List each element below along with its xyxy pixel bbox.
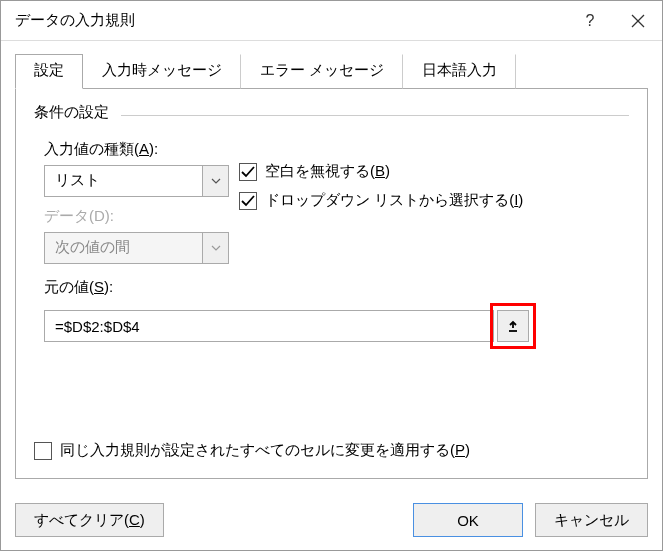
check-icon (241, 166, 255, 178)
chevron-down-icon (211, 178, 221, 184)
ignore-blank-label: 空白を無視する(B) (265, 162, 390, 181)
allow-value: リスト (45, 166, 202, 196)
data-combo: 次の値の間 (44, 232, 229, 264)
highlight-box (490, 303, 536, 349)
data-dropdown-button (202, 233, 228, 263)
allow-combo[interactable]: リスト (44, 165, 229, 197)
data-value: 次の値の間 (45, 233, 202, 263)
in-cell-dropdown-checkbox[interactable]: ドロップダウン リストから選択する(I) (239, 191, 523, 210)
checkbox-icon (34, 442, 52, 460)
dialog-title: データの入力規則 (15, 11, 566, 30)
clear-all-button[interactable]: すべてクリア(C) (15, 503, 164, 537)
checkbox-icon (239, 163, 257, 181)
tab-input-message[interactable]: 入力時メッセージ (83, 54, 241, 89)
apply-all-label: 同じ入力規則が設定されたすべてのセルに変更を適用する(P) (60, 441, 470, 460)
tab-ime-mode[interactable]: 日本語入力 (403, 54, 516, 89)
ok-button[interactable]: OK (413, 503, 523, 537)
checkbox-icon (239, 192, 257, 210)
apply-all-checkbox[interactable]: 同じ入力規則が設定されたすべてのセルに変更を適用する(P) (34, 441, 470, 460)
dialog-footer: すべてクリア(C) OK キャンセル (1, 493, 662, 547)
dialog-content: 設定 入力時メッセージ エラー メッセージ 日本語入力 条件の設定 入力値の種類… (1, 41, 662, 493)
data-label: データ(D): (44, 207, 239, 226)
ignore-blank-checkbox[interactable]: 空白を無視する(B) (239, 162, 523, 181)
settings-pane: 条件の設定 入力値の種類(A): リスト データ(D): (15, 89, 648, 479)
divider (121, 115, 629, 116)
close-button[interactable] (614, 1, 662, 41)
collapse-dialog-button[interactable] (497, 310, 529, 342)
source-input[interactable] (44, 310, 494, 342)
chevron-down-icon (211, 245, 221, 251)
tab-strip: 設定 入力時メッセージ エラー メッセージ 日本語入力 (15, 53, 648, 89)
in-cell-dropdown-label: ドロップダウン リストから選択する(I) (265, 191, 523, 210)
allow-dropdown-button[interactable] (202, 166, 228, 196)
cancel-button[interactable]: キャンセル (535, 503, 648, 537)
close-icon (631, 14, 645, 28)
help-button[interactable]: ? (566, 1, 614, 41)
criteria-legend: 条件の設定 (34, 103, 629, 122)
check-icon (241, 195, 255, 207)
source-label: 元の値(S): (44, 278, 629, 297)
tab-settings[interactable]: 設定 (15, 54, 83, 89)
range-select-icon (506, 319, 520, 333)
titlebar: データの入力規則 ? (1, 1, 662, 41)
tab-error-alert[interactable]: エラー メッセージ (241, 54, 403, 89)
allow-label: 入力値の種類(A): (44, 140, 239, 159)
